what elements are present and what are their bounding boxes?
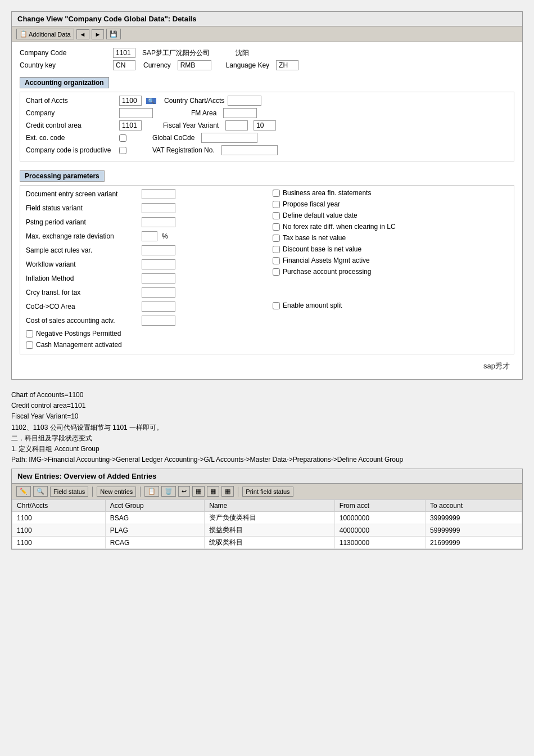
language-key-input[interactable]	[276, 60, 298, 70]
max-exchange-row: Max. exchange rate deviation %	[26, 231, 261, 241]
vat-label: VAT Registration No.	[152, 146, 215, 154]
additional-data-icon: 📋	[20, 30, 28, 38]
crcy-transl-input[interactable]	[142, 287, 175, 298]
doc-entry-label: Document entry screen variant	[26, 190, 138, 198]
inflation-label: Inflation Method	[26, 274, 138, 282]
enable-amount-checkbox[interactable]	[273, 302, 280, 309]
company-input[interactable]	[119, 108, 153, 118]
col-to-account: To account	[426, 500, 522, 512]
financial-assets-checkbox[interactable]	[273, 257, 280, 264]
save-btn[interactable]: 💾	[106, 29, 121, 39]
prev-btn[interactable]: ◄	[76, 29, 89, 39]
grid-btn1[interactable]: ▦	[192, 486, 205, 497]
fiscal-year-num-input[interactable]	[254, 120, 276, 130]
propose-fiscal-checkbox[interactable]	[273, 201, 280, 208]
country-key-input[interactable]	[113, 60, 135, 70]
sample-acct-input[interactable]	[142, 245, 175, 255]
col-from-acct: From acct	[334, 500, 425, 512]
pstng-period-row: Pstng period variant	[26, 217, 261, 227]
currency-input[interactable]	[178, 60, 211, 70]
table-row: 1100BSAG资产负债类科目1000000039999999	[12, 512, 522, 524]
business-area-checkbox[interactable]	[273, 190, 280, 197]
cost-sales-input[interactable]	[142, 316, 175, 326]
right-col: Business area fin. statements Propose fi…	[273, 189, 508, 350]
inflation-input[interactable]	[142, 273, 175, 284]
processing-params-block: Document entry screen variant Field stat…	[20, 185, 514, 354]
delete-btn[interactable]: 🗑️	[161, 486, 176, 497]
panel-title: Change View "Company Code Global Data": …	[12, 12, 522, 26]
pstng-period-label: Pstng period variant	[26, 218, 138, 226]
copy-btn[interactable]: 📋	[144, 486, 159, 497]
table-row: 1100PLAG损益类科目4000000059999999	[12, 524, 522, 537]
left-col: Document entry screen variant Field stat…	[26, 189, 261, 350]
table-body: 1100BSAG资产负债类科目10000000399999991100PLAG损…	[12, 512, 522, 549]
purchase-acct-label: Purchase account processing	[283, 268, 371, 276]
discount-base-checkbox[interactable]	[273, 246, 280, 253]
company-label: Company	[26, 109, 116, 117]
fm-area-input[interactable]	[223, 108, 257, 118]
table-row: 1100RCAG统驭类科目1130000021699999	[12, 537, 522, 549]
max-exchange-input[interactable]	[142, 231, 157, 241]
global-cocd-input[interactable]	[201, 133, 257, 143]
pencil-btn[interactable]: ✏️	[16, 486, 31, 497]
pstng-period-input[interactable]	[142, 217, 175, 227]
accounting-org-section: Accounting organization Chart of Accts 🔍…	[20, 73, 514, 161]
define-default-checkbox[interactable]	[273, 212, 280, 219]
no-forex-label: No forex rate diff. when clearing in LC	[283, 223, 396, 231]
no-forex-checkbox[interactable]	[273, 223, 280, 231]
workflow-row: Workflow variant	[26, 259, 261, 269]
tax-base-checkbox[interactable]	[273, 235, 280, 242]
purchase-acct-row: Purchase account processing	[273, 268, 508, 276]
print-status-label: Print field status	[246, 488, 289, 495]
vat-input[interactable]	[221, 145, 278, 155]
crcy-transl-row: Crcy transl. for tax	[26, 287, 261, 298]
next-btn[interactable]: ►	[92, 29, 105, 39]
col-name: Name	[205, 500, 334, 512]
company-code-row: Company Code SAP梦工厂沈阳分公司 沈阳	[20, 48, 514, 58]
fiscal-year-input[interactable]	[225, 120, 248, 130]
table-cell: 损益类科目	[205, 524, 334, 537]
business-area-label: Business area fin. statements	[283, 189, 371, 197]
table-cell: 统驭类科目	[205, 537, 334, 549]
sample-acct-row: Sample acct rules var.	[26, 245, 261, 255]
negative-postings-checkbox[interactable]	[26, 330, 33, 338]
field-status-row: Field status variant	[26, 203, 261, 213]
company-code-label: Company Code	[20, 49, 110, 57]
col-chrt-accts: Chrt/Accts	[12, 500, 106, 512]
magnifier-btn[interactable]: 🔍	[33, 486, 48, 497]
field-status-btn[interactable]: Field status	[50, 487, 88, 497]
toolbar-sep2	[140, 487, 141, 497]
grid-btn3[interactable]: ▦	[221, 486, 234, 497]
table-cell: 10000000	[334, 512, 425, 524]
next-icon: ►	[95, 31, 101, 38]
discount-base-row: Discount base is net value	[273, 245, 508, 253]
chart-lookup-btn[interactable]: 🔍	[146, 98, 156, 104]
chart-accts-input[interactable]	[119, 96, 142, 106]
credit-control-input[interactable]	[119, 120, 142, 130]
country-chart-input[interactable]	[228, 96, 261, 106]
purchase-acct-checkbox[interactable]	[273, 268, 280, 276]
financial-assets-row: Financial Assets Mgmt active	[273, 256, 508, 264]
workflow-input[interactable]	[142, 259, 175, 269]
company-code-input[interactable]	[113, 48, 135, 58]
info-line7: Path: IMG->Financial Accounting->General…	[11, 454, 523, 465]
processing-params-header: Processing parameters	[20, 170, 105, 182]
new-entries-btn[interactable]: New entries	[97, 487, 136, 497]
enable-amount-label: Enable amount split	[283, 302, 342, 309]
ext-co-checkbox[interactable]	[119, 134, 126, 142]
credit-control-label: Credit control area	[26, 122, 116, 129]
percent-sign: %	[162, 232, 168, 240]
cash-mgmt-label: Cash Management activated	[36, 341, 122, 349]
doc-entry-input[interactable]	[142, 189, 175, 199]
print-status-btn[interactable]: Print field status	[242, 487, 293, 497]
cash-mgmt-checkbox[interactable]	[26, 341, 33, 349]
prev-icon: ◄	[80, 31, 86, 38]
additional-data-btn[interactable]: 📋 Additional Data	[16, 29, 74, 39]
undo-btn[interactable]: ↩	[178, 486, 190, 497]
grid-btn2[interactable]: ▦	[207, 486, 219, 497]
field-status-input[interactable]	[142, 203, 175, 213]
cocd-co-area-input[interactable]	[142, 302, 175, 312]
productive-checkbox[interactable]	[119, 147, 126, 154]
table-cell: 1100	[12, 537, 106, 549]
table-cell: RCAG	[105, 537, 205, 549]
